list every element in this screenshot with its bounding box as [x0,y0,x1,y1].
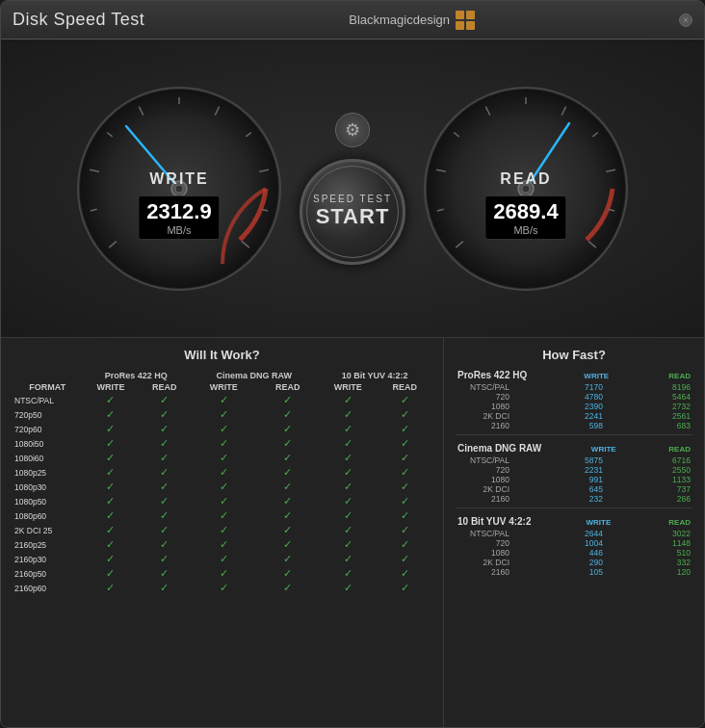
codec-header-3: 10 Bit YUV 4:2:2 [318,370,431,381]
check-cell: ✓ [190,480,257,494]
check-cell: ✓ [378,537,431,552]
format-cell: 1080p25 [13,465,83,480]
read-value: 1148 [647,538,691,548]
check-cell: ✓ [190,552,257,566]
check-cell: ✓ [139,393,190,407]
check-icon: ✓ [344,567,352,579]
check-icon: ✓ [344,394,352,405]
check-cell: ✓ [378,581,431,595]
check-icon: ✓ [401,509,409,521]
format-cell: 2K DCI 25 [13,523,83,537]
how-fast-row: 1080 2390 2732 [456,402,692,411]
check-icon: ✓ [160,509,169,521]
format-cell: 1080i60 [13,451,83,465]
start-button[interactable]: SPEED TEST START [300,159,405,265]
check-cell: ✓ [257,407,318,422]
close-button[interactable]: × [679,13,692,27]
write-col-3: WRITE [318,381,378,393]
check-cell: ✓ [83,436,140,451]
format-cell: 1080i50 [13,436,83,451]
write-value: 2390 [560,402,603,411]
check-icon: ✓ [401,481,409,492]
read-value: 120 [647,567,691,577]
read-gauge: READ 2689.4 MB/s [420,83,632,295]
section-divider [456,434,692,435]
write-value: 290 [560,558,603,567]
check-cell: ✓ [318,436,378,451]
format-cell: 720p50 [13,407,83,422]
how-fast-row: 2K DCI 290 332 [456,558,692,567]
read-value: 2561 [647,411,691,421]
check-icon: ✓ [106,466,115,478]
settings-button[interactable]: ⚙ [335,113,370,147]
check-cell: ✓ [378,422,431,436]
how-fast-section: ProRes 422 HQ WRITE READ NTSC/PAL 7170 8… [456,370,692,435]
how-fast-row: 720 1004 1148 [456,538,692,548]
table-row: 1080i60✓✓✓✓✓✓ [13,451,431,465]
check-cell: ✓ [318,523,378,537]
app-title: Disk Speed Test [13,10,144,30]
read-value-box: 2689.4 MB/s [484,195,566,240]
table-row: 1080p25✓✓✓✓✓✓ [13,465,431,480]
check-icon: ✓ [401,553,409,564]
how-fast-row: 720 2231 2550 [456,465,692,475]
read-value: 6716 [647,455,691,465]
how-fast-row: 2160 105 120 [456,567,692,577]
check-cell: ✓ [83,451,140,465]
format-cell: 2160p60 [13,581,83,595]
check-icon: ✓ [344,408,352,420]
check-icon: ✓ [160,495,169,507]
format-label: 1080 [457,475,515,484]
check-cell: ✓ [257,451,318,465]
table-row: 2160p30✓✓✓✓✓✓ [13,552,431,566]
check-icon: ✓ [160,437,169,449]
check-cell: ✓ [190,422,257,436]
check-cell: ✓ [139,537,190,552]
check-icon: ✓ [220,394,228,405]
check-icon: ✓ [344,423,352,434]
check-cell: ✓ [257,581,318,595]
check-cell: ✓ [318,407,378,422]
write-value: 1004 [560,538,603,548]
read-col-header: READ [647,372,691,380]
read-value: 510 [647,548,691,558]
how-fast-section: 10 Bit YUV 4:2:2 WRITE READ NTSC/PAL 264… [456,516,692,577]
check-icon: ✓ [220,538,228,550]
check-cell: ✓ [190,566,257,581]
format-label: 2K DCI [457,484,515,494]
table-row: 720p50✓✓✓✓✓✓ [13,407,431,422]
check-cell: ✓ [190,523,257,537]
check-cell: ✓ [378,465,431,480]
check-cell: ✓ [83,465,140,480]
check-icon: ✓ [344,452,352,463]
write-unit: MB/s [146,224,211,236]
check-cell: ✓ [318,537,378,552]
table-row: 1080i50✓✓✓✓✓✓ [13,436,431,451]
format-label: 2160 [457,567,515,577]
how-fast-row: 2160 598 683 [456,421,692,430]
check-icon: ✓ [344,495,352,507]
format-cell: 720p60 [13,422,83,436]
write-col-1: WRITE [83,381,140,393]
app-window: Disk Speed Test Blackmagicdesign × [0,0,705,728]
how-fast-row: NTSC/PAL 7170 8196 [456,382,692,392]
read-label: READ [484,170,566,188]
check-icon: ✓ [160,481,169,492]
table-row: 1080p30✓✓✓✓✓✓ [13,480,431,494]
check-icon: ✓ [106,524,115,535]
format-label: 720 [457,392,515,402]
results-section: Will It Work? ProRes 422 HQ Cinema DNG R… [1,338,704,728]
table-row: 2K DCI 25✓✓✓✓✓✓ [13,523,431,537]
check-icon: ✓ [220,495,228,507]
check-cell: ✓ [318,451,378,465]
check-cell: ✓ [139,552,190,566]
check-icon: ✓ [344,553,352,564]
check-icon: ✓ [160,408,169,420]
check-cell: ✓ [318,422,378,436]
format-label: NTSC/PAL [457,455,515,465]
read-value: 3022 [647,529,691,538]
check-icon: ✓ [220,524,228,535]
gauges-section: WRITE 2312.9 MB/s ⚙ SPEED TEST START [1,39,704,338]
check-cell: ✓ [190,581,257,595]
check-icon: ✓ [344,582,352,593]
